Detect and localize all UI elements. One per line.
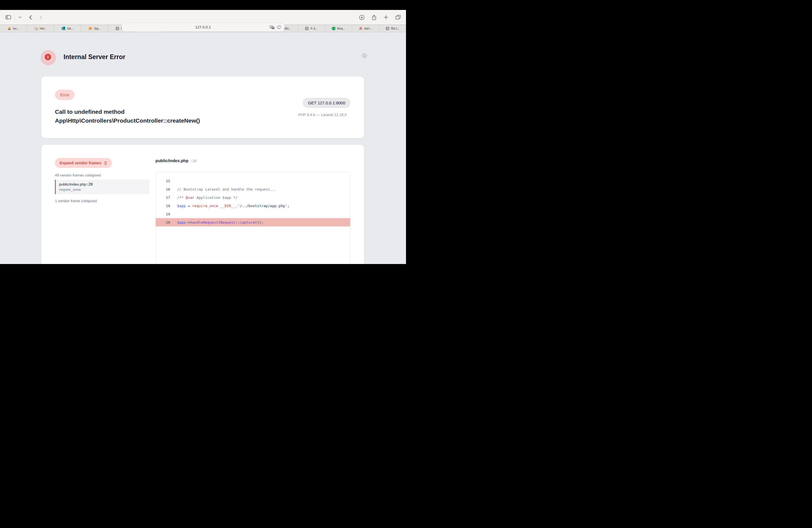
page-title: Internal Server Error	[63, 53, 126, 61]
request-method-badge: GET 127.0.0.1:8000	[303, 98, 350, 108]
back-button[interactable]	[29, 15, 32, 19]
browser-tab[interactable]: PMAloc...	[0, 25, 27, 32]
svg-text:S: S	[117, 27, 118, 30]
share-icon[interactable]	[372, 15, 376, 20]
code-text: $app->handleRequest(Request::capture());	[170, 220, 263, 224]
vendor-frames-collapsed-above: 49 vendor frames collapsed	[55, 173, 101, 177]
new-tab-icon[interactable]	[383, 15, 388, 19]
code-file-header: public/index.php:20	[156, 158, 197, 163]
browser-tab[interactable]: XReq...	[325, 25, 352, 32]
code-line: 15	[156, 177, 350, 185]
code-text: // Bootstrap Laravel and handle the requ…	[170, 187, 276, 191]
url-text: 127.0.0.1	[195, 25, 211, 29]
browser-toolbar: 127.0.0.1 A	[0, 10, 406, 25]
error-alert-icon: !	[41, 50, 56, 65]
favicon-pma-icon: PMA	[8, 27, 11, 30]
tab-label: บึงเว...	[391, 26, 400, 31]
laravel-error-page: ! Internal Server Error Error Call to un…	[0, 32, 406, 264]
browser-tab[interactable]: Sig...	[81, 25, 108, 32]
tab-overview-icon[interactable]	[395, 15, 401, 19]
php-laravel-versions: PHP 8.4.6 — Laravel 12.18.0	[298, 113, 347, 117]
address-bar[interactable]: 127.0.0.1 A	[121, 23, 285, 32]
favicon-sharepoint-icon: S	[62, 27, 66, 30]
code-line: 18$app = require_once __DIR__.'/../boots…	[156, 202, 350, 210]
browser-tab[interactable]: SSA...	[54, 25, 81, 32]
favicon-letter-s-icon: S	[305, 27, 309, 30]
code-snippet-box: 1516// Bootstrap Laravel and handle the …	[156, 172, 350, 264]
line-number: 16	[156, 187, 170, 191]
browser-window: 127.0.0.1 A PMAloc...Hel...SSA...Sig...S…	[0, 0, 406, 264]
code-line: 17/** @var Application $app */	[156, 193, 350, 202]
svg-text:S: S	[62, 28, 63, 29]
tab-group-chevron-icon[interactable]	[18, 16, 21, 18]
line-number: 15	[156, 179, 170, 183]
favicon-orange-icon	[88, 27, 92, 30]
stack-frame-function: require_once	[59, 188, 149, 192]
tab-label: F-3...	[310, 27, 318, 30]
stack-trace-card: Expand vendor frames 49 vendor frames co…	[41, 145, 364, 264]
vendor-frames-collapsed-below: 1 vendor frame collapsed	[55, 199, 97, 203]
line-number: 18	[156, 204, 170, 208]
browser-tab[interactable]: Hel...	[27, 25, 54, 32]
sidebar-toggle-icon[interactable]	[5, 15, 11, 19]
theme-toggle-sun-icon[interactable]	[361, 52, 368, 59]
line-number: 17	[156, 195, 170, 200]
toolbar-divider	[15, 14, 15, 20]
forward-button[interactable]	[40, 15, 42, 19]
error-summary-card: Error Call to undefined method App\Http\…	[41, 76, 364, 138]
expand-vendor-frames-button[interactable]: Expand vendor frames	[55, 158, 112, 168]
svg-text:G: G	[387, 27, 388, 30]
error-message: Call to undefined method App\Http\Contro…	[55, 107, 246, 125]
favicon-excel-icon: X	[332, 27, 336, 30]
code-line: 19	[156, 210, 350, 218]
browser-tab[interactable]: SF-3...	[298, 25, 325, 32]
tab-label: Req...	[337, 27, 345, 30]
browser-tab[interactable]: Gบึงเว...	[379, 25, 406, 32]
line-number: 19	[156, 212, 170, 216]
line-number: 20	[156, 220, 170, 224]
code-text: $app = require_once __DIR__.'/../bootstr…	[170, 204, 289, 208]
code-text: /** @var Application $app */	[170, 195, 237, 200]
code-line-highlighted: 20$app->handleRequest(Request::capture()…	[156, 218, 350, 226]
tab-label: loc...	[13, 27, 19, 30]
tab-label: ดอก...	[364, 26, 373, 31]
favicon-chevrons-icon	[359, 27, 363, 30]
exclamation-icon: !	[44, 53, 52, 61]
svg-text:PMA: PMA	[8, 29, 11, 30]
error-type-badge: Error	[55, 90, 75, 100]
svg-text:S: S	[306, 27, 308, 30]
tab-label: SA...	[67, 27, 74, 30]
translate-icon[interactable]: A	[270, 25, 275, 29]
tab-label: Hel...	[40, 27, 47, 30]
favicon-letter-g-icon: G	[386, 27, 389, 30]
browser-tab[interactable]: ดอก...	[352, 25, 379, 32]
reload-icon[interactable]	[277, 25, 281, 29]
favicon-laravel-icon	[34, 27, 38, 30]
expand-chevrons-icon	[104, 161, 107, 165]
stack-frame-item[interactable]: public/index.php:20 require_once	[55, 180, 149, 194]
menubar-black-strip	[0, 0, 406, 10]
code-line: 16// Bootstrap Laravel and handle the re…	[156, 185, 350, 193]
favicon-letter-s-icon: S	[115, 27, 119, 30]
downloads-icon[interactable]	[359, 15, 365, 20]
stack-frame-file: public/index.php:20	[59, 182, 149, 186]
tab-label: Sig...	[94, 27, 101, 30]
